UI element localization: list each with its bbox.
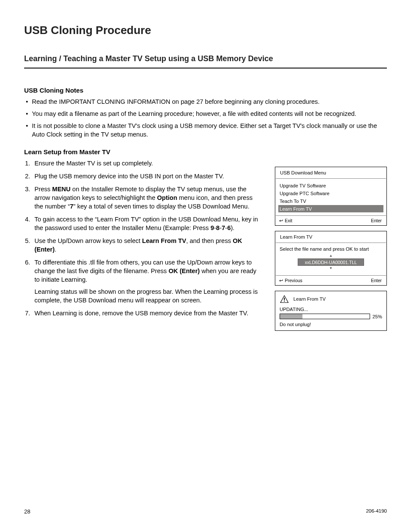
section-title: Learning / Teaching a Master TV Setup us…: [24, 54, 387, 68]
menu-item-upgrade-tv[interactable]: Upgrade TV Software: [278, 182, 383, 189]
menu-header: Learn From TV: [293, 296, 326, 302]
menu-header: USB Download Menu: [276, 167, 386, 179]
svg-rect-2: [284, 298, 285, 300]
exit-label[interactable]: Exit: [285, 218, 293, 223]
enter-label[interactable]: Enter: [371, 278, 382, 283]
return-icon: ↩︎: [279, 218, 283, 223]
arrow-up-icon[interactable]: ▲: [280, 254, 382, 258]
step-item: To differentiate this .tll file from oth…: [24, 258, 262, 305]
page-number: 28: [24, 508, 30, 515]
usb-download-menu: USB Download Menu Upgrade TV Software Up…: [275, 167, 387, 226]
note-item: You may edit a filename as part of the L…: [24, 109, 387, 118]
step-item: Plug the USB memory device into the USB …: [24, 172, 262, 180]
arrow-down-icon[interactable]: ▼: [280, 267, 382, 270]
progress-percent: 25%: [373, 314, 382, 319]
progress-bar: [280, 314, 370, 319]
menu-header: Learn From TV: [276, 231, 386, 243]
prompt-text: Select the file name and press OK to sta…: [280, 246, 382, 252]
caution-text: Do not unplug!: [280, 322, 382, 327]
menu-item-teach-to-tv[interactable]: Teach To TV: [278, 197, 383, 205]
warning-icon: [280, 295, 289, 303]
svg-rect-3: [284, 301, 285, 302]
filename-field[interactable]: xxLD6DDH-UA00001.TLL: [298, 258, 364, 266]
note-item: It is not possible to clone a Master TV'…: [24, 121, 387, 139]
previous-label[interactable]: Previous: [285, 278, 302, 283]
page-title: USB Cloning Procedure: [24, 24, 387, 37]
step-item: When Learning is done, remove the USB me…: [24, 309, 262, 317]
progress-fill: [280, 314, 302, 319]
learn-from-tv-progress-menu: Learn From TV UPDATING... 25% Do not unp…: [275, 291, 387, 331]
menu-item-upgrade-ptc[interactable]: Upgrade PTC Software: [278, 190, 383, 197]
enter-label[interactable]: Enter: [371, 218, 382, 223]
learn-from-tv-select-menu: Learn From TV Select the file name and p…: [275, 231, 387, 286]
step-item: Ensure the Master TV is set up completel…: [24, 159, 262, 168]
menu-item-learn-from-tv[interactable]: Learn From TV: [278, 205, 383, 212]
status-text: UPDATING...: [280, 307, 382, 312]
return-icon: ↩︎: [279, 278, 283, 283]
document-id: 206-4190: [366, 508, 387, 515]
step-item: Press MENU on the Installer Remote to di…: [24, 185, 262, 211]
note-item: Read the IMPORTANT CLONING INFORMATION o…: [24, 97, 387, 106]
step-item: To gain access to the “Learn From TV” op…: [24, 215, 262, 232]
notes-heading: USB Cloning Notes: [24, 87, 387, 94]
step-item: Use the Up/Down arrow keys to select Lea…: [24, 236, 262, 254]
learn-heading: Learn Setup from Master TV: [24, 148, 387, 156]
